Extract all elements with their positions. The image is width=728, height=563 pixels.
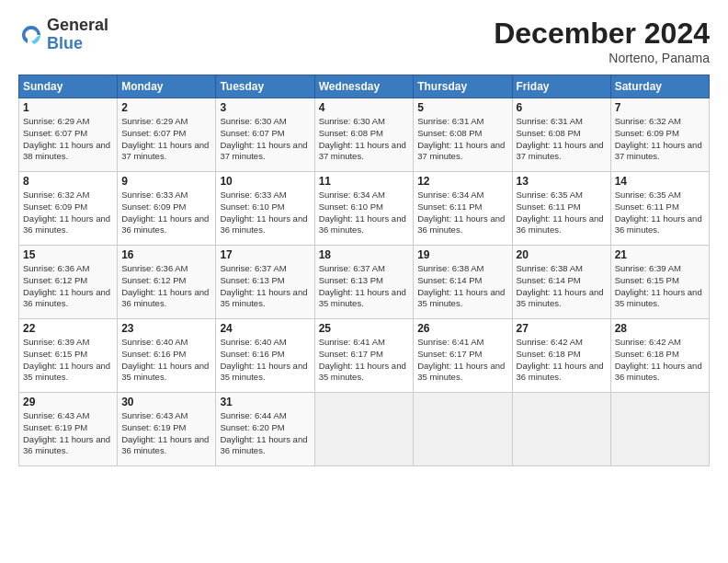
calendar-cell: 2 Sunrise: 6:29 AMSunset: 6:07 PMDayligh…: [118, 98, 216, 172]
day-info: Sunrise: 6:36 AMSunset: 6:12 PMDaylight:…: [121, 263, 209, 308]
day-info: Sunrise: 6:34 AMSunset: 6:11 PMDaylight:…: [417, 190, 505, 235]
logo-general-text: General: [47, 17, 108, 35]
day-number: 18: [319, 248, 410, 261]
day-info: Sunrise: 6:29 AMSunset: 6:07 PMDaylight:…: [23, 116, 110, 161]
day-number: 23: [121, 322, 211, 335]
calendar-cell: 1 Sunrise: 6:29 AMSunset: 6:07 PMDayligh…: [19, 98, 118, 172]
calendar-cell: 3 Sunrise: 6:30 AMSunset: 6:07 PMDayligh…: [216, 98, 314, 172]
calendar: SundayMondayTuesdayWednesdayThursdayFrid…: [18, 75, 710, 466]
calendar-cell: 27 Sunrise: 6:42 AMSunset: 6:18 PMDaylig…: [512, 319, 610, 393]
day-number: 5: [417, 101, 507, 114]
day-info: Sunrise: 6:37 AMSunset: 6:13 PMDaylight:…: [220, 263, 307, 308]
day-number: 2: [121, 101, 211, 114]
day-info: Sunrise: 6:38 AMSunset: 6:14 PMDaylight:…: [417, 263, 505, 308]
day-info: Sunrise: 6:30 AMSunset: 6:07 PMDaylight:…: [220, 116, 307, 161]
day-info: Sunrise: 6:39 AMSunset: 6:15 PMDaylight:…: [23, 337, 110, 382]
day-number: 3: [220, 101, 310, 114]
day-info: Sunrise: 6:32 AMSunset: 6:09 PMDaylight:…: [23, 190, 110, 235]
calendar-cell: 21 Sunrise: 6:39 AMSunset: 6:15 PMDaylig…: [610, 246, 709, 319]
calendar-cell: 25 Sunrise: 6:41 AMSunset: 6:17 PMDaylig…: [314, 319, 414, 393]
day-info: Sunrise: 6:35 AMSunset: 6:11 PMDaylight:…: [517, 190, 604, 235]
day-number: 27: [517, 322, 607, 335]
day-info: Sunrise: 6:36 AMSunset: 6:12 PMDaylight:…: [23, 263, 110, 308]
calendar-cell: 17 Sunrise: 6:37 AMSunset: 6:13 PMDaylig…: [216, 246, 314, 319]
calendar-header-row: SundayMondayTuesdayWednesdayThursdayFrid…: [19, 75, 710, 98]
day-number: 30: [121, 396, 211, 408]
day-info: Sunrise: 6:30 AMSunset: 6:08 PMDaylight:…: [319, 116, 406, 161]
calendar-cell: 8 Sunrise: 6:32 AMSunset: 6:09 PMDayligh…: [19, 172, 118, 246]
calendar-cell: 7 Sunrise: 6:32 AMSunset: 6:09 PMDayligh…: [610, 98, 709, 172]
logo: General Blue: [18, 17, 108, 53]
day-info: Sunrise: 6:43 AMSunset: 6:19 PMDaylight:…: [23, 410, 110, 455]
logo-blue-text: Blue: [47, 35, 108, 53]
calendar-cell: 20 Sunrise: 6:38 AMSunset: 6:14 PMDaylig…: [512, 246, 610, 319]
day-info: Sunrise: 6:40 AMSunset: 6:16 PMDaylight:…: [121, 337, 209, 382]
day-number: 9: [121, 175, 211, 188]
day-number: 16: [121, 248, 211, 261]
day-info: Sunrise: 6:42 AMSunset: 6:18 PMDaylight:…: [517, 337, 604, 382]
calendar-cell: 29 Sunrise: 6:43 AMSunset: 6:19 PMDaylig…: [19, 393, 118, 466]
calendar-week-row: 22 Sunrise: 6:39 AMSunset: 6:15 PMDaylig…: [19, 319, 710, 393]
page: General Blue December 2024 Norteno, Pana…: [0, 0, 728, 563]
day-info: Sunrise: 6:34 AMSunset: 6:10 PMDaylight:…: [319, 190, 406, 235]
day-info: Sunrise: 6:31 AMSunset: 6:08 PMDaylight:…: [517, 116, 604, 161]
day-info: Sunrise: 6:41 AMSunset: 6:17 PMDaylight:…: [417, 337, 505, 382]
day-info: Sunrise: 6:33 AMSunset: 6:09 PMDaylight:…: [121, 190, 209, 235]
day-number: 12: [417, 175, 507, 188]
day-number: 29: [23, 396, 113, 408]
day-number: 8: [23, 175, 113, 188]
day-number: 22: [23, 322, 113, 335]
day-info: Sunrise: 6:33 AMSunset: 6:10 PMDaylight:…: [220, 190, 307, 235]
day-header-saturday: Saturday: [610, 75, 709, 98]
calendar-cell: 9 Sunrise: 6:33 AMSunset: 6:09 PMDayligh…: [118, 172, 216, 246]
day-info: Sunrise: 6:37 AMSunset: 6:13 PMDaylight:…: [319, 263, 406, 308]
calendar-cell: 10 Sunrise: 6:33 AMSunset: 6:10 PMDaylig…: [216, 172, 314, 246]
calendar-week-row: 8 Sunrise: 6:32 AMSunset: 6:09 PMDayligh…: [19, 172, 710, 246]
day-info: Sunrise: 6:32 AMSunset: 6:09 PMDaylight:…: [615, 116, 702, 161]
calendar-cell: 22 Sunrise: 6:39 AMSunset: 6:15 PMDaylig…: [19, 319, 118, 393]
calendar-cell: 28 Sunrise: 6:42 AMSunset: 6:18 PMDaylig…: [610, 319, 709, 393]
day-number: 14: [615, 175, 705, 188]
calendar-cell: 16 Sunrise: 6:36 AMSunset: 6:12 PMDaylig…: [118, 246, 216, 319]
calendar-cell: 30 Sunrise: 6:43 AMSunset: 6:19 PMDaylig…: [118, 393, 216, 466]
calendar-cell: 13 Sunrise: 6:35 AMSunset: 6:11 PMDaylig…: [512, 172, 610, 246]
day-info: Sunrise: 6:44 AMSunset: 6:20 PMDaylight:…: [220, 410, 307, 455]
calendar-cell: 23 Sunrise: 6:40 AMSunset: 6:16 PMDaylig…: [118, 319, 216, 393]
day-number: 13: [517, 175, 607, 188]
day-number: 24: [220, 322, 310, 335]
calendar-cell: 15 Sunrise: 6:36 AMSunset: 6:12 PMDaylig…: [19, 246, 118, 319]
day-info: Sunrise: 6:35 AMSunset: 6:11 PMDaylight:…: [615, 190, 702, 235]
day-number: 19: [417, 248, 507, 261]
day-number: 11: [319, 175, 410, 188]
day-number: 6: [517, 101, 607, 114]
title-block: December 2024 Norteno, Panama: [494, 17, 710, 65]
day-header-thursday: Thursday: [414, 75, 512, 98]
logo-icon: [18, 22, 44, 48]
day-number: 17: [220, 248, 310, 261]
logo-text: General Blue: [47, 17, 108, 53]
day-info: Sunrise: 6:43 AMSunset: 6:19 PMDaylight:…: [121, 410, 209, 455]
calendar-cell: 18 Sunrise: 6:37 AMSunset: 6:13 PMDaylig…: [314, 246, 414, 319]
day-number: 7: [615, 101, 705, 114]
calendar-cell: 26 Sunrise: 6:41 AMSunset: 6:17 PMDaylig…: [414, 319, 512, 393]
day-header-sunday: Sunday: [19, 75, 118, 98]
calendar-cell: 24 Sunrise: 6:40 AMSunset: 6:16 PMDaylig…: [216, 319, 314, 393]
calendar-cell: 4 Sunrise: 6:30 AMSunset: 6:08 PMDayligh…: [314, 98, 414, 172]
day-info: Sunrise: 6:31 AMSunset: 6:08 PMDaylight:…: [417, 116, 505, 161]
day-info: Sunrise: 6:40 AMSunset: 6:16 PMDaylight:…: [220, 337, 307, 382]
calendar-week-row: 15 Sunrise: 6:36 AMSunset: 6:12 PMDaylig…: [19, 246, 710, 319]
calendar-cell: 6 Sunrise: 6:31 AMSunset: 6:08 PMDayligh…: [512, 98, 610, 172]
day-info: Sunrise: 6:41 AMSunset: 6:17 PMDaylight:…: [319, 337, 406, 382]
day-info: Sunrise: 6:39 AMSunset: 6:15 PMDaylight:…: [615, 263, 702, 308]
day-number: 15: [23, 248, 113, 261]
day-number: 20: [517, 248, 607, 261]
calendar-cell: [610, 393, 709, 466]
location: Norteno, Panama: [494, 51, 710, 65]
month-title: December 2024: [494, 17, 710, 51]
calendar-cell: [512, 393, 610, 466]
header: General Blue December 2024 Norteno, Pana…: [18, 17, 710, 65]
day-number: 26: [417, 322, 507, 335]
calendar-cell: 11 Sunrise: 6:34 AMSunset: 6:10 PMDaylig…: [314, 172, 414, 246]
day-info: Sunrise: 6:29 AMSunset: 6:07 PMDaylight:…: [121, 116, 209, 161]
day-info: Sunrise: 6:42 AMSunset: 6:18 PMDaylight:…: [615, 337, 702, 382]
